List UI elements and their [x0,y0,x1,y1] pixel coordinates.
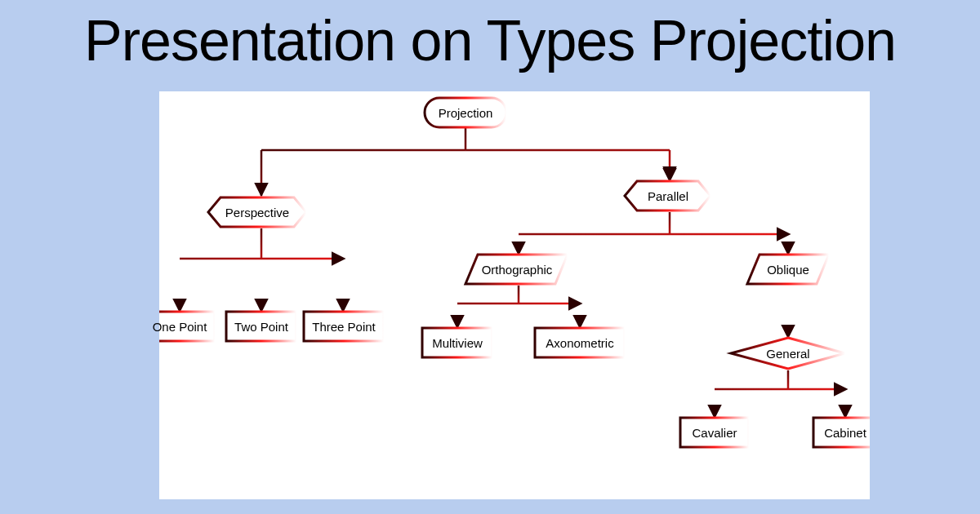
label-axonometric: Axonometric [546,336,613,350]
label-cabinet: Cabinet [824,426,866,440]
label-perspective: Perspective [225,206,289,219]
label-cavalier: Cavalier [692,426,737,440]
label-parallel: Parallel [648,189,688,203]
label-oblique: Oblique [767,263,809,277]
label-onepoint: One Point [153,320,207,334]
label-twopoint: Two Point [234,320,288,334]
flowchart: Projection Perspective Parallel One Poin… [159,91,870,499]
label-threepoint: Three Point [312,320,376,334]
page-title: Presentation on Types Projection [0,0,980,73]
label-orthographic: Orthographic [482,263,553,277]
label-projection: Projection [439,106,493,120]
label-general: General [766,347,809,361]
label-multiview: Multiview [432,336,483,350]
